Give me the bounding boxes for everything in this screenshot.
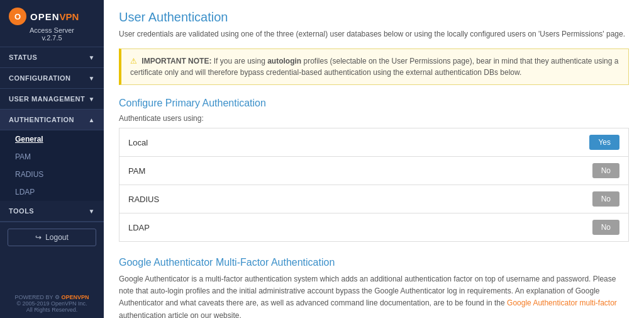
openvpn-brand-label: OPENVPN <box>61 294 89 300</box>
page-description: User credentials are validated using one… <box>119 28 629 40</box>
copyright-text: © 2005-2019 OpenVPN Inc. <box>8 300 96 307</box>
sidebar-item-configuration-label: CONFIGURATION <box>9 74 71 82</box>
logout-button[interactable]: ↪ Logout <box>8 229 96 246</box>
main-content: User Authentication User credentials are… <box>104 0 644 318</box>
sidebar-item-authentication[interactable]: AUTHENTICATION <box>0 110 104 130</box>
page-title: User Authentication <box>119 10 629 25</box>
sidebar-item-general[interactable]: General <box>0 130 104 148</box>
mfa-description: Google Authenticator is a multi-factor a… <box>119 273 629 318</box>
warning-label: IMPORTANT NOTE: <box>142 57 211 65</box>
auth-methods-table: Local Yes PAM No RADIUS No LDAP <box>119 128 629 242</box>
authentication-subnav: General PAM RADIUS LDAP <box>0 130 104 201</box>
logo-open: OPEN <box>30 11 60 22</box>
openvpn-logo-small: ⚙ <box>55 294 60 300</box>
warning-highlight: autologin <box>267 57 301 65</box>
authenticate-label: Authenticate users using: <box>119 114 629 123</box>
radius-no-button[interactable]: No <box>592 191 619 207</box>
sidebar-item-status-label: STATUS <box>9 54 37 61</box>
logo-vpn: VPN <box>60 11 79 22</box>
pam-no-button[interactable]: No <box>592 163 619 178</box>
table-row: Local Yes <box>119 128 629 157</box>
mfa-title: Google Authenticator Multi-Factor Authen… <box>119 257 629 268</box>
sidebar: O OPENVPN Access Server v.2.7.5 STATUS C… <box>0 0 104 318</box>
powered-by-label: POWERED BY ⚙ OPENVPN <box>8 294 96 300</box>
local-method-label: Local <box>119 128 579 157</box>
user-management-chevron-icon <box>89 96 95 103</box>
ldap-method-cell: No <box>579 213 629 242</box>
configuration-chevron-icon <box>89 75 95 82</box>
pam-method-label: PAM <box>119 157 579 185</box>
powered-by-section: POWERED BY ⚙ OPENVPN © 2005-2019 OpenVPN… <box>0 288 104 318</box>
logout-icon: ↪ <box>35 233 42 242</box>
logo-icon: O <box>9 8 26 25</box>
sidebar-item-status[interactable]: STATUS <box>0 47 104 68</box>
sidebar-logo: O OPENVPN Access Server v.2.7.5 <box>0 0 104 47</box>
table-row: LDAP No <box>119 213 629 242</box>
sidebar-item-user-management[interactable]: USER MANAGEMENT <box>0 89 104 110</box>
local-method-cell: Yes <box>579 128 629 157</box>
logo-subtitle: Access Server <box>9 26 95 34</box>
ldap-method-label: LDAP <box>119 213 579 242</box>
table-row: RADIUS No <box>119 185 629 213</box>
sidebar-item-tools-label: TOOLS <box>9 207 34 215</box>
warning-box: ⚠ IMPORTANT NOTE: If you are using autol… <box>119 48 629 85</box>
warning-icon: ⚠ <box>130 57 137 65</box>
rights-text: All Rights Reserved. <box>8 307 96 313</box>
sidebar-item-ldap[interactable]: LDAP <box>0 183 104 201</box>
app-version: v.2.7.5 <box>9 34 95 42</box>
pam-method-cell: No <box>579 157 629 185</box>
local-yes-button[interactable]: Yes <box>589 135 619 150</box>
sidebar-item-radius[interactable]: RADIUS <box>0 166 104 183</box>
authentication-chevron-icon <box>89 116 95 123</box>
status-chevron-icon <box>89 54 95 61</box>
mfa-link[interactable]: Google Authenticator multi-factor <box>507 298 617 307</box>
sidebar-item-authentication-label: AUTHENTICATION <box>9 116 74 123</box>
sidebar-item-configuration[interactable]: CONFIGURATION <box>0 68 104 89</box>
nav-section: STATUS CONFIGURATION USER MANAGEMENT AUT… <box>0 47 104 222</box>
radius-method-label: RADIUS <box>119 185 579 213</box>
table-row: PAM No <box>119 157 629 185</box>
radius-method-cell: No <box>579 185 629 213</box>
logo-text: OPENVPN <box>30 11 79 22</box>
tools-chevron-icon <box>89 208 95 215</box>
primary-auth-title: Configure Primary Authentication <box>119 98 629 109</box>
sidebar-item-pam[interactable]: PAM <box>0 148 104 166</box>
logout-section: ↪ Logout <box>0 222 104 253</box>
logout-label: Logout <box>45 233 69 242</box>
ldap-no-button[interactable]: No <box>592 220 619 235</box>
sidebar-item-user-management-label: USER MANAGEMENT <box>9 95 85 103</box>
sidebar-item-tools[interactable]: TOOLS <box>0 201 104 222</box>
